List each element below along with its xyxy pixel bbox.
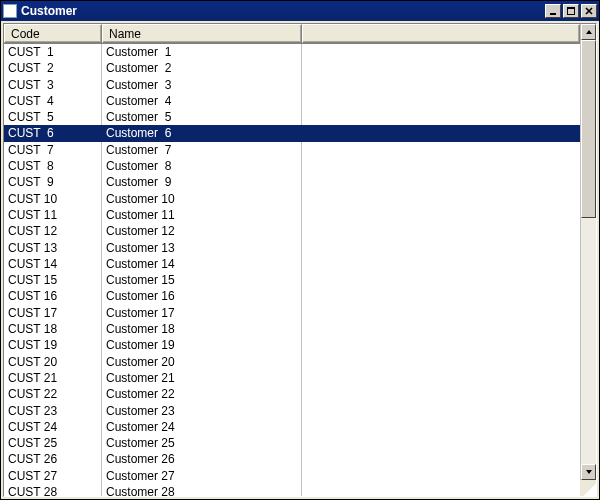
titlebar[interactable]: Customer [1, 1, 599, 21]
table-row[interactable]: CUST 28Customer 28 [4, 484, 580, 496]
cell-name: Customer 9 [102, 174, 302, 190]
table-row[interactable]: CUST 4Customer 4 [4, 93, 580, 109]
column-header-name[interactable]: Name [102, 24, 302, 43]
window-title: Customer [21, 4, 543, 18]
table-row[interactable]: CUST 7Customer 7 [4, 142, 580, 158]
cell-code: CUST 20 [4, 354, 102, 370]
table-row[interactable]: CUST 26Customer 26 [4, 451, 580, 467]
cell-code: CUST 27 [4, 468, 102, 484]
table-row[interactable]: CUST 15Customer 15 [4, 272, 580, 288]
cell-name: Customer 22 [102, 386, 302, 402]
cell-blank [302, 240, 580, 256]
cell-blank [302, 370, 580, 386]
table-row[interactable]: CUST 20Customer 20 [4, 354, 580, 370]
resize-grip[interactable] [580, 480, 596, 496]
scroll-up-button[interactable] [581, 24, 596, 40]
cell-name: Customer 18 [102, 321, 302, 337]
cell-blank [302, 125, 580, 141]
column-header-code[interactable]: Code [4, 24, 102, 43]
table-row[interactable]: CUST 10Customer 10 [4, 191, 580, 207]
table-row[interactable]: CUST 6Customer 6 [4, 125, 580, 141]
cell-name: Customer 6 [102, 125, 302, 141]
cell-blank [302, 60, 580, 76]
cell-blank [302, 77, 580, 93]
cell-name: Customer 27 [102, 468, 302, 484]
cell-blank [302, 451, 580, 467]
table-row[interactable]: CUST 8Customer 8 [4, 158, 580, 174]
svg-marker-5 [586, 30, 592, 34]
cell-name: Customer 28 [102, 484, 302, 496]
cell-blank [302, 93, 580, 109]
cell-name: Customer 5 [102, 109, 302, 125]
cell-blank [302, 484, 580, 496]
cell-blank [302, 44, 580, 60]
vertical-scrollbar[interactable] [580, 24, 596, 496]
svg-rect-2 [567, 7, 575, 9]
cell-name: Customer 16 [102, 288, 302, 304]
cell-name: Customer 26 [102, 451, 302, 467]
cell-name: Customer 12 [102, 223, 302, 239]
cell-blank [302, 435, 580, 451]
cell-blank [302, 158, 580, 174]
table-row[interactable]: CUST 17Customer 17 [4, 305, 580, 321]
table-row[interactable]: CUST 13Customer 13 [4, 240, 580, 256]
table-row[interactable]: CUST 25Customer 25 [4, 435, 580, 451]
table-row[interactable]: CUST 3Customer 3 [4, 77, 580, 93]
app-icon [3, 4, 17, 18]
data-grid[interactable]: Code Name CUST 1Customer 1CUST 2Customer… [4, 24, 580, 496]
column-header-blank[interactable] [302, 24, 580, 43]
cell-code: CUST 11 [4, 207, 102, 223]
cell-code: CUST 10 [4, 191, 102, 207]
cell-code: CUST 23 [4, 403, 102, 419]
table-row[interactable]: CUST 22Customer 22 [4, 386, 580, 402]
cell-code: CUST 14 [4, 256, 102, 272]
cell-code: CUST 18 [4, 321, 102, 337]
cell-code: CUST 22 [4, 386, 102, 402]
table-row[interactable]: CUST 23Customer 23 [4, 403, 580, 419]
cell-code: CUST 3 [4, 77, 102, 93]
cell-blank [302, 386, 580, 402]
table-row[interactable]: CUST 2Customer 2 [4, 60, 580, 76]
cell-name: Customer 2 [102, 60, 302, 76]
cell-name: Customer 19 [102, 337, 302, 353]
cell-name: Customer 20 [102, 354, 302, 370]
grid-rows: CUST 1Customer 1CUST 2Customer 2CUST 3Cu… [4, 44, 580, 496]
cell-code: CUST 26 [4, 451, 102, 467]
cell-blank [302, 321, 580, 337]
cell-name: Customer 10 [102, 191, 302, 207]
cell-name: Customer 13 [102, 240, 302, 256]
table-row[interactable]: CUST 19Customer 19 [4, 337, 580, 353]
cell-code: CUST 6 [4, 125, 102, 141]
cell-blank [302, 174, 580, 190]
scroll-track[interactable] [581, 40, 596, 464]
table-row[interactable]: CUST 18Customer 18 [4, 321, 580, 337]
cell-code: CUST 21 [4, 370, 102, 386]
cell-name: Customer 21 [102, 370, 302, 386]
column-headers: Code Name [4, 24, 580, 44]
table-row[interactable]: CUST 14Customer 14 [4, 256, 580, 272]
cell-blank [302, 288, 580, 304]
table-row[interactable]: CUST 5Customer 5 [4, 109, 580, 125]
table-row[interactable]: CUST 1Customer 1 [4, 44, 580, 60]
table-row[interactable]: CUST 21Customer 21 [4, 370, 580, 386]
scroll-thumb[interactable] [581, 40, 596, 218]
table-row[interactable]: CUST 9Customer 9 [4, 174, 580, 190]
svg-rect-0 [550, 13, 556, 15]
cell-code: CUST 9 [4, 174, 102, 190]
minimize-button[interactable] [545, 4, 561, 18]
table-row[interactable]: CUST 27Customer 27 [4, 468, 580, 484]
table-row[interactable]: CUST 16Customer 16 [4, 288, 580, 304]
scroll-down-button[interactable] [581, 464, 596, 480]
table-row[interactable]: CUST 12Customer 12 [4, 223, 580, 239]
cell-name: Customer 3 [102, 77, 302, 93]
cell-code: CUST 17 [4, 305, 102, 321]
table-row[interactable]: CUST 24Customer 24 [4, 419, 580, 435]
table-row[interactable]: CUST 11Customer 11 [4, 207, 580, 223]
maximize-button[interactable] [563, 4, 579, 18]
close-button[interactable] [581, 4, 597, 18]
cell-code: CUST 2 [4, 60, 102, 76]
cell-blank [302, 191, 580, 207]
cell-code: CUST 7 [4, 142, 102, 158]
cell-blank [302, 109, 580, 125]
cell-blank [302, 223, 580, 239]
